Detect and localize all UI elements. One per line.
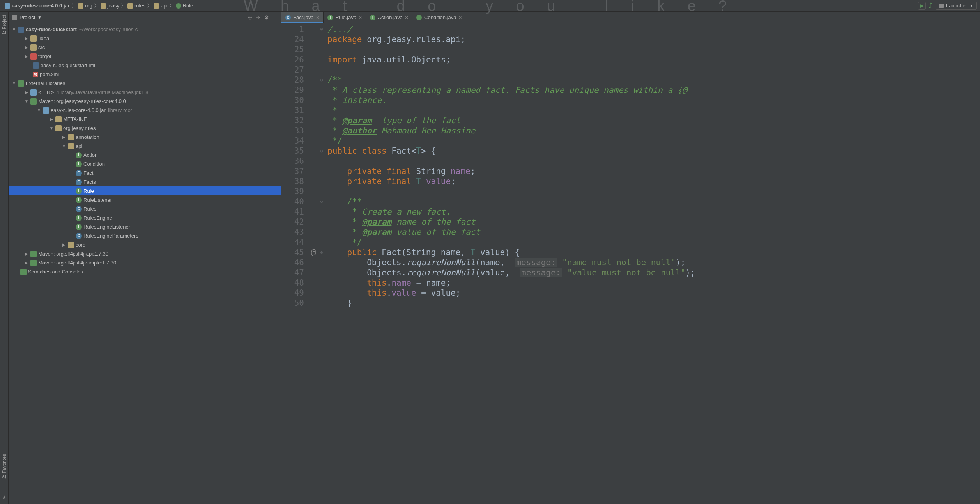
jdk-icon — [30, 89, 37, 96]
folder-icon — [101, 3, 106, 9]
folder-icon — [78, 3, 83, 9]
fold-gutter: ⊕⊖⊖⊖⊖ — [318, 23, 325, 504]
build-icon[interactable]: ⤴ — [929, 2, 932, 10]
interface-icon: I — [370, 15, 375, 20]
close-icon[interactable]: × — [405, 14, 408, 21]
folder-icon — [30, 44, 37, 51]
close-icon[interactable]: × — [459, 14, 462, 21]
interface-icon: I — [327, 15, 333, 20]
star-icon[interactable]: ★ — [2, 494, 7, 500]
tree-item[interactable]: IAction — [9, 151, 281, 160]
package-icon — [68, 143, 74, 149]
editor-area: CFact.java× IRule.java× IAction.java× IC… — [281, 12, 980, 504]
editor-tabs: CFact.java× IRule.java× IAction.java× IC… — [281, 12, 980, 23]
tree-item[interactable]: annotation — [9, 133, 281, 142]
tree-item[interactable]: ICondition — [9, 160, 281, 169]
tree-item[interactable]: CRules — [9, 204, 281, 213]
tree-item[interactable]: .idea — [9, 34, 281, 43]
interface-icon: I — [76, 188, 82, 194]
code-editor[interactable]: 1242526272829303132333435363738394041424… — [281, 23, 980, 504]
library-icon — [30, 98, 37, 105]
tree-external-libs[interactable]: External Libraries — [9, 79, 281, 88]
sidebar-view-selector[interactable]: Project ▼ — [12, 14, 41, 20]
tree-scratches[interactable]: Scratches and Consoles — [9, 267, 281, 276]
package-icon — [55, 125, 62, 131]
tree-item[interactable]: CFact — [9, 169, 281, 177]
tree-item[interactable]: api — [9, 142, 281, 151]
chevron-down-icon: ▼ — [37, 15, 41, 20]
project-icon — [12, 15, 17, 20]
tree-item[interactable]: Maven: org.jeasy:easy-rules-core:4.0.0 — [9, 97, 281, 106]
chevron-right-icon: 〉 — [71, 2, 76, 9]
run-target-icon[interactable]: ▶ — [918, 2, 926, 10]
tree-item[interactable]: core — [9, 240, 281, 249]
annotation-gutter: @ — [309, 23, 318, 504]
folder-icon — [55, 116, 62, 122]
code-content[interactable]: /.../package org.jeasy.rules.api;import … — [325, 23, 980, 504]
maven-icon: m — [33, 72, 38, 77]
run-config-selector[interactable]: Launcher ▼ — [936, 2, 977, 10]
chevron-right-icon: 〉 — [121, 2, 126, 9]
class-icon: C — [76, 170, 82, 176]
editor-tab-action[interactable]: IAction.java× — [366, 12, 412, 23]
gear-icon[interactable]: ⚙ — [264, 14, 269, 20]
library-icon — [30, 260, 37, 266]
folder-icon — [154, 3, 159, 9]
tree-item[interactable]: Maven: org.slf4j:slf4j-api:1.7.30 — [9, 249, 281, 258]
interface-icon — [176, 3, 181, 9]
breadcrumb-item-jeasy[interactable]: jeasy — [99, 3, 121, 9]
tool-tab-favorites[interactable]: 2: Favorites — [2, 454, 7, 479]
folder-icon — [30, 53, 37, 60]
ide-root: easy-rules-core-4.0.0.jar 〉 org 〉 jeasy … — [0, 0, 980, 504]
tree-item[interactable]: src — [9, 43, 281, 52]
tree-item[interactable]: org.jeasy.rules — [9, 124, 281, 133]
breadcrumb-item-api[interactable]: api — [152, 3, 169, 9]
tree-root[interactable]: easy-rules-quickstart~/Workspace/easy-ru… — [9, 25, 281, 34]
tree-item[interactable]: easy-rules-quickstart.iml — [9, 61, 281, 70]
close-icon[interactable]: × — [359, 14, 362, 21]
chevron-right-icon: 〉 — [94, 2, 99, 9]
interface-icon: I — [76, 197, 82, 203]
tree-item[interactable]: IRuleListener — [9, 195, 281, 204]
interface-icon: I — [76, 224, 82, 230]
class-icon: C — [285, 15, 291, 20]
chevron-right-icon: 〉 — [147, 2, 152, 9]
breadcrumb-item-rules[interactable]: rules — [126, 3, 147, 9]
editor-tab-rule[interactable]: IRule.java× — [324, 12, 366, 23]
hide-icon[interactable]: — — [273, 14, 278, 20]
tree-item[interactable]: mpom.xml — [9, 70, 281, 79]
interface-icon: I — [416, 15, 422, 20]
tree-item[interactable]: CRulesEngineParameters — [9, 231, 281, 240]
editor-tab-fact[interactable]: CFact.java× — [281, 12, 324, 23]
collapse-icon[interactable]: ⇥ — [256, 14, 260, 20]
tree-item[interactable]: META-INF — [9, 115, 281, 124]
tree-item-selected[interactable]: IRule — [9, 186, 281, 195]
tree-item[interactable]: < 1.8 >/Library/Java/JavaVirtualMachines… — [9, 88, 281, 97]
editor-tab-condition[interactable]: ICondition.java× — [412, 12, 466, 23]
close-icon[interactable]: × — [316, 14, 319, 21]
project-tree[interactable]: easy-rules-quickstart~/Workspace/easy-ru… — [9, 23, 281, 504]
breadcrumb-item-org[interactable]: org — [76, 3, 94, 9]
tree-item[interactable]: IRulesEngineListener — [9, 222, 281, 231]
folder-icon — [30, 35, 37, 42]
library-icon — [30, 251, 37, 257]
tree-item[interactable]: target — [9, 52, 281, 61]
tree-item[interactable]: Maven: org.slf4j:slf4j-simple:1.7.30 — [9, 258, 281, 267]
breadcrumb-item-jar[interactable]: easy-rules-core-4.0.0.jar — [3, 3, 71, 9]
class-icon: C — [76, 179, 82, 185]
iml-icon — [33, 62, 39, 69]
package-icon — [68, 242, 74, 248]
locate-icon[interactable]: ⊕ — [248, 14, 252, 20]
interface-icon: I — [76, 152, 82, 158]
jar-icon — [43, 107, 49, 114]
breadcrumb-item-rule[interactable]: Rule — [174, 3, 195, 9]
scratches-icon — [20, 269, 27, 275]
sidebar-header: Project ▼ ⊕ ⇥ ⚙ — — [9, 12, 281, 23]
tree-item[interactable]: easy-rules-core-4.0.0.jarlibrary root — [9, 106, 281, 115]
tool-tab-project[interactable]: 1: Project — [2, 15, 7, 35]
tree-item[interactable]: CFacts — [9, 177, 281, 186]
package-icon — [68, 134, 74, 140]
toolbar-right: ▶ ⤴ Launcher ▼ — [918, 2, 977, 10]
folder-icon — [127, 3, 133, 9]
tree-item[interactable]: IRulesEngine — [9, 213, 281, 222]
